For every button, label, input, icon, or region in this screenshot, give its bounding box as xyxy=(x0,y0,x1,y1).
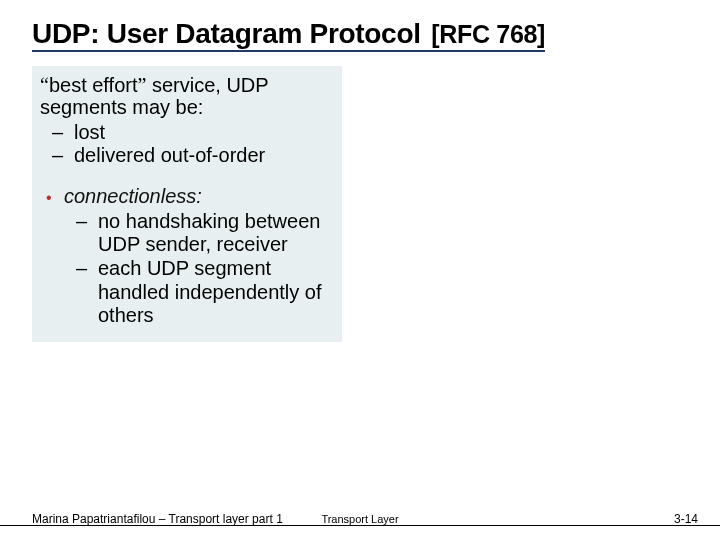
footer-page-number: 3-14 xyxy=(674,512,698,526)
content-box: “best effort” service, UDP segments may … xyxy=(32,66,342,342)
bullet-2-item: connectionless: no handshaking between U… xyxy=(46,185,330,328)
sublist-2: no handshaking between UDP sender, recei… xyxy=(64,210,330,328)
intro-phrase: best effort xyxy=(49,74,138,96)
slide: UDP: User Datagram Protocol [RFC 768] “b… xyxy=(0,0,720,540)
footer: Marina Papatriantafilou – Transport laye… xyxy=(32,512,698,526)
footer-left: Marina Papatriantafilou – Transport laye… xyxy=(32,512,283,526)
intro-line-1: “best effort” service, UDP xyxy=(40,74,330,96)
slide-title-rfc: [RFC 768] xyxy=(431,20,545,48)
sublist-1-item-b: delivered out-of-order xyxy=(74,144,330,167)
intro-line-2: segments may be: xyxy=(40,96,330,118)
sublist-1-item-a: lost xyxy=(74,121,330,144)
sublist-2-item-a: no handshaking between UDP sender, recei… xyxy=(98,210,330,257)
title-underline: UDP: User Datagram Protocol [RFC 768] xyxy=(32,18,545,52)
intro-rest-1: service, UDP xyxy=(146,74,268,96)
bullet-2-list: connectionless: no handshaking between U… xyxy=(40,185,330,328)
title-block: UDP: User Datagram Protocol [RFC 768] xyxy=(32,18,698,52)
sublist-2-item-b: each UDP segment handled independently o… xyxy=(98,257,330,328)
bullet-2-head: connectionless: xyxy=(64,185,202,207)
sublist-1: lost delivered out-of-order xyxy=(40,121,330,167)
slide-title: UDP: User Datagram Protocol xyxy=(32,18,421,49)
open-quote: “ xyxy=(40,74,49,96)
